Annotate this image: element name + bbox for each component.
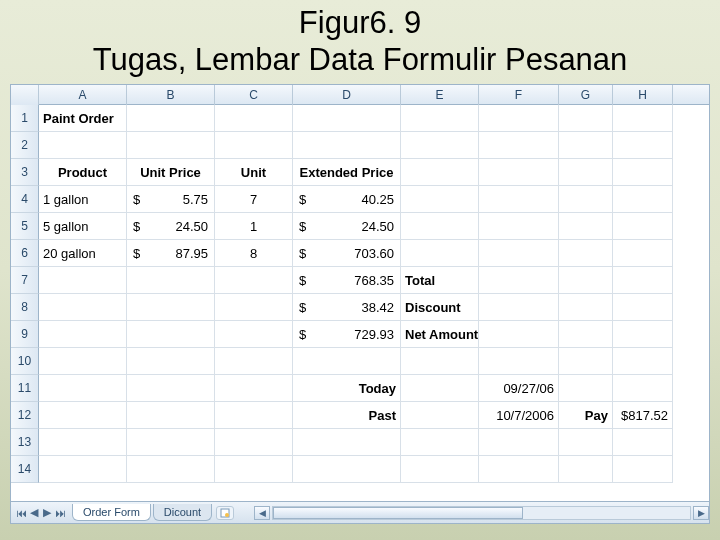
cell[interactable] <box>613 294 673 321</box>
cell[interactable] <box>613 132 673 159</box>
cell[interactable] <box>559 240 613 267</box>
cell[interactable] <box>559 159 613 186</box>
label-net[interactable]: Net Amount <box>401 321 479 348</box>
col-header-G[interactable]: G <box>559 85 613 105</box>
cell[interactable] <box>293 429 401 456</box>
cell[interactable] <box>559 186 613 213</box>
row-header[interactable]: 2 <box>11 132 39 159</box>
cell[interactable] <box>613 348 673 375</box>
cell[interactable] <box>127 294 215 321</box>
cell[interactable] <box>39 375 127 402</box>
cell[interactable] <box>613 267 673 294</box>
cell-unit[interactable]: 1 <box>215 213 293 240</box>
cell[interactable] <box>215 402 293 429</box>
row-header[interactable]: 7 <box>11 267 39 294</box>
hdr-unit[interactable]: Unit <box>215 159 293 186</box>
cell[interactable] <box>293 105 401 132</box>
cell-product[interactable]: 20 gallon <box>39 240 127 267</box>
row-header[interactable]: 1 <box>11 105 39 132</box>
cell[interactable] <box>127 348 215 375</box>
tab-prev-icon[interactable]: ◀ <box>28 506 40 520</box>
cell[interactable] <box>39 456 127 483</box>
cell[interactable] <box>613 105 673 132</box>
cell[interactable] <box>215 375 293 402</box>
tab-order-form[interactable]: Order Form <box>72 504 151 521</box>
label-past[interactable]: Past <box>293 402 401 429</box>
cell[interactable] <box>127 456 215 483</box>
hscroll-track[interactable] <box>272 506 691 520</box>
cell-total-val[interactable]: $768.35 <box>293 267 401 294</box>
hdr-ext-price[interactable]: Extended Price <box>293 159 401 186</box>
cell[interactable] <box>401 456 479 483</box>
cell[interactable] <box>479 348 559 375</box>
cell-net-val[interactable]: $729.93 <box>293 321 401 348</box>
val-pay[interactable]: $817.52 <box>613 402 673 429</box>
scroll-left-icon[interactable]: ◀ <box>254 506 270 520</box>
cell[interactable] <box>613 321 673 348</box>
cell[interactable] <box>39 294 127 321</box>
cell[interactable] <box>401 240 479 267</box>
cell[interactable] <box>39 429 127 456</box>
row-header[interactable]: 9 <box>11 321 39 348</box>
cell[interactable] <box>479 321 559 348</box>
cell[interactable] <box>401 132 479 159</box>
cell-A1[interactable]: Paint Order <box>39 105 127 132</box>
tab-last-icon[interactable]: ⏭ <box>54 506 66 520</box>
new-sheet-icon[interactable] <box>216 506 234 520</box>
cell[interactable] <box>479 132 559 159</box>
cell[interactable] <box>479 240 559 267</box>
label-pay[interactable]: Pay <box>559 402 613 429</box>
cell[interactable] <box>479 294 559 321</box>
cell-ext[interactable]: $703.60 <box>293 240 401 267</box>
cell-unit[interactable]: 8 <box>215 240 293 267</box>
cell[interactable] <box>401 348 479 375</box>
cell[interactable] <box>613 375 673 402</box>
val-past[interactable]: 10/7/2006 <box>479 402 559 429</box>
cell[interactable] <box>215 456 293 483</box>
cell[interactable] <box>479 186 559 213</box>
row-header[interactable]: 6 <box>11 240 39 267</box>
cell[interactable] <box>127 321 215 348</box>
row-header[interactable]: 5 <box>11 213 39 240</box>
hscroll-thumb[interactable] <box>273 507 523 519</box>
cell[interactable] <box>215 348 293 375</box>
row-header[interactable]: 3 <box>11 159 39 186</box>
cell[interactable] <box>127 429 215 456</box>
cell[interactable] <box>559 456 613 483</box>
cell-product[interactable]: 5 gallon <box>39 213 127 240</box>
cell[interactable] <box>127 132 215 159</box>
row-header[interactable]: 13 <box>11 429 39 456</box>
cell-ext[interactable]: $40.25 <box>293 186 401 213</box>
cell[interactable] <box>613 213 673 240</box>
cell-product[interactable]: 1 gallon <box>39 186 127 213</box>
cell[interactable] <box>127 375 215 402</box>
cell[interactable] <box>613 240 673 267</box>
cell-price[interactable]: $24.50 <box>127 213 215 240</box>
cell[interactable] <box>401 213 479 240</box>
cell[interactable] <box>479 456 559 483</box>
cell[interactable] <box>559 132 613 159</box>
cell[interactable] <box>613 186 673 213</box>
cell[interactable] <box>39 321 127 348</box>
row-header[interactable]: 10 <box>11 348 39 375</box>
cell[interactable] <box>479 105 559 132</box>
cell-discount-val[interactable]: $38.42 <box>293 294 401 321</box>
cell-price[interactable]: $87.95 <box>127 240 215 267</box>
cell[interactable] <box>559 267 613 294</box>
cell[interactable] <box>401 375 479 402</box>
cell[interactable] <box>39 132 127 159</box>
col-header-C[interactable]: C <box>215 85 293 105</box>
cell-ext[interactable]: $24.50 <box>293 213 401 240</box>
cell[interactable] <box>401 429 479 456</box>
cell[interactable] <box>293 456 401 483</box>
cell[interactable] <box>401 105 479 132</box>
select-all-corner[interactable] <box>11 85 39 105</box>
row-header[interactable]: 12 <box>11 402 39 429</box>
cell-unit[interactable]: 7 <box>215 186 293 213</box>
cell[interactable] <box>613 456 673 483</box>
cell[interactable] <box>401 402 479 429</box>
cell[interactable] <box>39 267 127 294</box>
cell[interactable] <box>613 159 673 186</box>
cell[interactable] <box>613 429 673 456</box>
cell-price[interactable]: $5.75 <box>127 186 215 213</box>
